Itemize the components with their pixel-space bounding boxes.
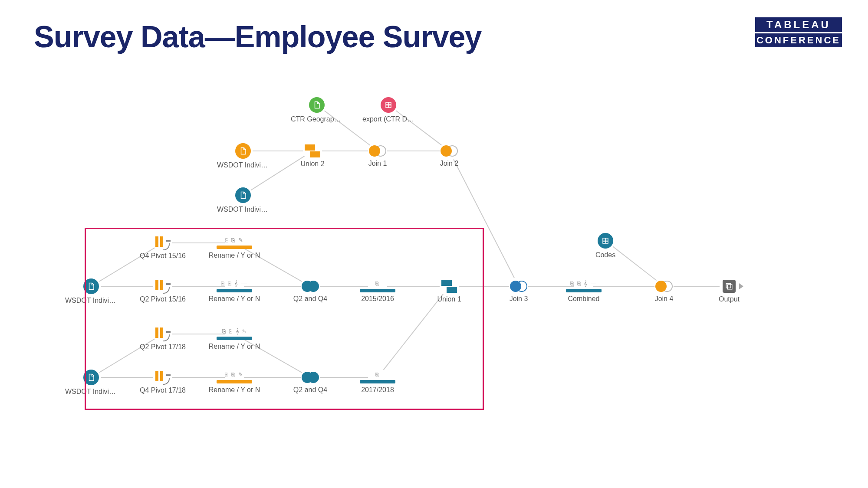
document-icon <box>235 143 251 159</box>
node-label: WSDOT Individu.. <box>217 206 269 213</box>
node-wsdot_top2[interactable]: WSDOT Individu.. <box>217 187 269 213</box>
node-label: export (CTR Dat.. <box>362 115 414 123</box>
play-icon <box>739 283 743 289</box>
node-join4[interactable]: Join 4 <box>638 280 690 303</box>
node-label: Combined <box>558 295 610 303</box>
node-union2[interactable]: Union 2 <box>286 144 339 168</box>
node-label: Union 2 <box>286 160 339 168</box>
node-label: Codes <box>579 251 631 259</box>
node-label: Join 1 <box>352 160 404 167</box>
document-icon <box>309 97 325 113</box>
node-label: Join 2 <box>423 160 475 167</box>
clean-bar <box>566 289 602 292</box>
node-label: Join 3 <box>493 295 545 303</box>
output-icon <box>723 280 736 293</box>
join-icon <box>441 145 458 157</box>
join-icon <box>655 280 673 292</box>
table-icon <box>381 97 396 113</box>
node-ctr_geo[interactable]: CTR Geographic.. <box>291 97 343 123</box>
node-join1[interactable]: Join 1 <box>352 145 404 167</box>
highlight-box <box>85 228 484 410</box>
node-codes[interactable]: Codes <box>579 233 631 259</box>
document-icon <box>235 187 251 203</box>
node-label: Output <box>703 295 755 303</box>
node-label: WSDOT Individu.. <box>217 161 269 169</box>
node-wsdot_top1[interactable]: WSDOT Individu.. <box>217 143 269 169</box>
node-join2[interactable]: Join 2 <box>423 145 475 167</box>
node-label: Join 4 <box>638 295 690 303</box>
join-icon <box>510 280 527 292</box>
node-output[interactable]: Output <box>703 280 755 303</box>
node-export_ctr[interactable]: export (CTR Dat.. <box>362 97 414 123</box>
node-label: CTR Geographic.. <box>291 115 343 123</box>
union-icon <box>305 144 320 157</box>
clean-step-icons: ⎘ ⎘ 𝄞 — <box>558 280 610 287</box>
join-icon <box>369 145 386 157</box>
table-icon <box>598 233 613 249</box>
svg-rect-36 <box>726 283 731 288</box>
node-combined[interactable]: ⎘ ⎘ 𝄞 — Combined <box>558 280 610 303</box>
svg-rect-37 <box>727 285 732 289</box>
node-join3[interactable]: Join 3 <box>493 280 545 303</box>
